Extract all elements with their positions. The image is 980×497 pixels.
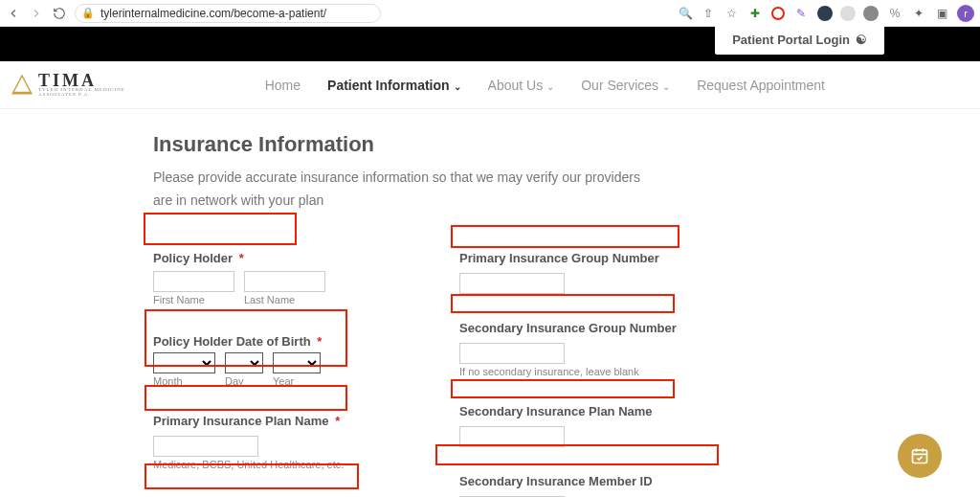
nav-home[interactable]: Home bbox=[265, 78, 301, 93]
section-description: Please provide accurate insurance inform… bbox=[153, 167, 651, 213]
site-header: TIMA TYLER INTERNAL MEDICINE ASSOCIATES … bbox=[0, 61, 980, 109]
calendar-fab[interactable] bbox=[898, 434, 942, 478]
top-black-band: Patient Portal Login ☯ bbox=[0, 27, 980, 61]
nav-our-services[interactable]: Our Services⌄ bbox=[581, 78, 670, 93]
dob-label: Policy Holder Date of Birth bbox=[153, 334, 311, 349]
secondary-group-hint: If no secondary insurance, leave blank bbox=[459, 366, 746, 377]
back-icon[interactable] bbox=[6, 6, 21, 21]
zoom-icon[interactable]: 🔍 bbox=[678, 6, 693, 21]
field-secondary-plan-name: Secondary Insurance Plan Name bbox=[459, 404, 746, 447]
address-bar[interactable]: 🔒 tylerinternalmedicine.com/become-a-pat… bbox=[75, 4, 381, 23]
field-policy-holder: Policy Holder * First Name Last Name bbox=[153, 251, 440, 307]
profile-avatar[interactable]: r bbox=[957, 5, 974, 22]
patient-portal-login-label: Patient Portal Login bbox=[732, 33, 850, 47]
url-text: tylerinternalmedicine.com/become-a-patie… bbox=[100, 7, 326, 20]
day-sublabel: Day bbox=[225, 375, 263, 387]
extension-link-icon[interactable]: % bbox=[886, 5, 903, 22]
year-sublabel: Year bbox=[273, 375, 321, 387]
field-primary-group-number: Primary Insurance Group Number bbox=[459, 251, 746, 294]
logo-tagline2: ASSOCIATES P.A. bbox=[38, 93, 125, 98]
primary-plan-name-input[interactable] bbox=[153, 436, 258, 457]
policy-holder-first-name-input[interactable] bbox=[153, 271, 234, 292]
star-icon[interactable]: ☆ bbox=[724, 6, 739, 21]
chevron-down-icon: ⌄ bbox=[662, 81, 670, 92]
month-sublabel: Month bbox=[153, 375, 215, 387]
secondary-plan-name-input[interactable] bbox=[459, 426, 565, 447]
logo-mark-icon bbox=[11, 75, 33, 96]
page-body: Insurance Information Please provide acc… bbox=[0, 109, 980, 497]
lock-icon: 🔒 bbox=[81, 7, 95, 19]
field-secondary-member-id: Secondary Insurance Member ID bbox=[459, 474, 746, 497]
primary-group-number-input[interactable] bbox=[459, 273, 565, 294]
dob-year-select[interactable] bbox=[273, 352, 321, 373]
field-secondary-group-number: Secondary Insurance Group Number If no s… bbox=[459, 321, 746, 377]
required-asterisk: * bbox=[335, 414, 340, 428]
nav-about-us-label: About Us bbox=[488, 78, 544, 93]
extensions-box-icon[interactable]: ▣ bbox=[934, 6, 949, 21]
insurance-form: Insurance Information Please provide acc… bbox=[144, 132, 833, 497]
dob-month-select[interactable] bbox=[153, 352, 215, 373]
primary-nav: Home Patient Information⌄ About Us⌄ Our … bbox=[265, 78, 825, 93]
secondary-group-label: Secondary Insurance Group Number bbox=[459, 321, 746, 335]
secondary-plan-label: Secondary Insurance Plan Name bbox=[459, 404, 746, 418]
secondary-group-number-input[interactable] bbox=[459, 343, 565, 364]
field-policy-holder-dob: Policy Holder Date of Birth * Month Day bbox=[153, 334, 440, 387]
extension-grey2-icon[interactable] bbox=[863, 6, 879, 21]
extension-grey1-icon[interactable] bbox=[840, 6, 856, 21]
nav-about-us[interactable]: About Us⌄ bbox=[488, 78, 555, 93]
svg-rect-0 bbox=[913, 450, 927, 463]
field-primary-plan-name: Primary Insurance Plan Name * Medicare, … bbox=[153, 414, 440, 470]
site-logo[interactable]: TIMA TYLER INTERNAL MEDICINE ASSOCIATES … bbox=[11, 73, 125, 97]
right-blank-panel bbox=[793, 109, 899, 497]
form-left-column: Policy Holder * First Name Last Name bbox=[153, 251, 440, 497]
extensions-puzzle-icon[interactable]: ✦ bbox=[911, 6, 926, 21]
secondary-member-id-label: Secondary Insurance Member ID bbox=[459, 474, 746, 488]
extension-pen-icon[interactable]: ✎ bbox=[792, 5, 810, 22]
form-right-column: Primary Insurance Group Number Secondary… bbox=[459, 251, 746, 497]
policy-holder-last-name-input[interactable] bbox=[244, 271, 325, 292]
primary-plan-label: Primary Insurance Plan Name bbox=[153, 414, 329, 428]
nav-request-appointment[interactable]: Request Appointment bbox=[697, 78, 825, 93]
chevron-down-icon: ⌄ bbox=[454, 81, 461, 92]
forward-icon[interactable] bbox=[29, 6, 44, 21]
patient-portal-login-button[interactable]: Patient Portal Login ☯ bbox=[715, 25, 884, 55]
portal-login-icon: ☯ bbox=[856, 33, 867, 47]
policy-holder-label: Policy Holder bbox=[153, 251, 233, 265]
last-name-sublabel: Last Name bbox=[244, 294, 325, 305]
share-icon[interactable]: ⇧ bbox=[701, 6, 716, 21]
required-asterisk: * bbox=[239, 251, 244, 265]
chevron-down-icon: ⌄ bbox=[546, 81, 554, 92]
required-asterisk: * bbox=[317, 334, 322, 349]
primary-plan-hint: Medicare, BCBS, United Healthcare, etc. bbox=[153, 459, 440, 470]
browser-chrome: 🔒 tylerinternalmedicine.com/become-a-pat… bbox=[0, 0, 980, 27]
nav-our-services-label: Our Services bbox=[581, 78, 658, 93]
primary-group-label: Primary Insurance Group Number bbox=[459, 251, 746, 265]
extension-plus-icon[interactable]: ✚ bbox=[746, 5, 764, 22]
section-title: Insurance Information bbox=[153, 132, 833, 157]
first-name-sublabel: First Name bbox=[153, 294, 234, 305]
nav-patient-information-label: Patient Information bbox=[327, 78, 450, 93]
dob-day-select[interactable] bbox=[225, 352, 263, 373]
extension-darkblue-icon[interactable] bbox=[817, 6, 833, 21]
extension-red-circle-icon[interactable] bbox=[771, 7, 785, 20]
reload-icon[interactable] bbox=[52, 6, 67, 21]
nav-patient-information[interactable]: Patient Information⌄ bbox=[327, 78, 461, 93]
